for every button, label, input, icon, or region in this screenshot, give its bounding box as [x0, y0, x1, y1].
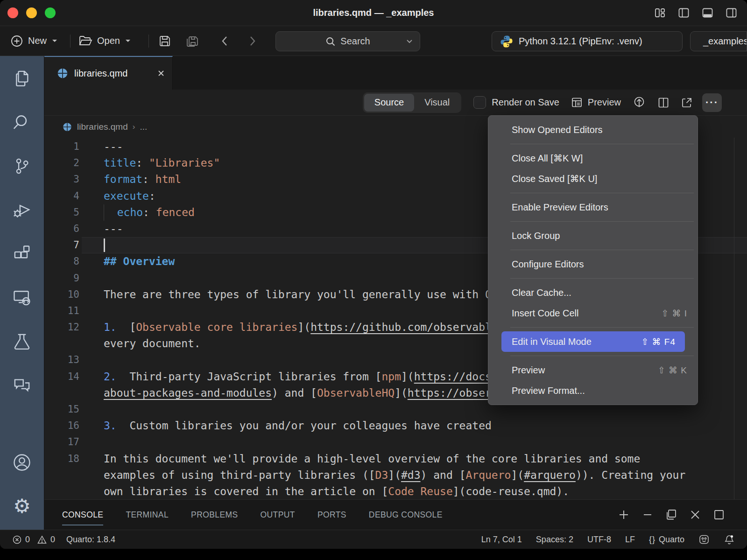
feedback-button[interactable]: [698, 534, 710, 545]
menu-divider: [510, 221, 694, 222]
toggle-primary-sidebar-icon[interactable]: [677, 7, 690, 19]
preview-icon: [571, 96, 583, 109]
line-number: 11: [44, 303, 79, 319]
customize-layout-icon[interactable]: [654, 7, 666, 19]
project-selector[interactable]: _examples: [690, 31, 747, 51]
toggle-secondary-sidebar-icon[interactable]: [725, 7, 738, 19]
interpreter-selector[interactable]: Python 3.12.1 (PipEnv: .venv): [492, 31, 683, 51]
code-text: [79, 352, 104, 368]
cursor-position[interactable]: Ln 7, Col 1: [481, 535, 522, 545]
problems-indicator[interactable]: 0 0: [12, 535, 55, 545]
indentation-setting[interactable]: Spaces: 2: [536, 535, 573, 545]
menu-divider: [510, 327, 694, 328]
notifications-button[interactable]: [724, 534, 735, 545]
panel-tab-problems[interactable]: PROBLEMS: [191, 500, 238, 530]
navigate-forward-button[interactable]: [247, 26, 258, 56]
menu-item-label: Edit in Visual Mode: [512, 336, 592, 347]
chevron-right-icon: ›: [133, 122, 135, 132]
account-button[interactable]: [11, 451, 33, 474]
menu-item-lock-group[interactable]: Lock Group: [488, 225, 698, 246]
code-line-wrap[interactable]: examples of using third-party libraries …: [44, 467, 747, 483]
code-line-wrap[interactable]: own libraries is covered in the article …: [44, 483, 747, 499]
sidebar-item-explorer[interactable]: [11, 67, 33, 90]
menu-divider: [510, 250, 694, 250]
toggle-panel-icon[interactable]: [701, 7, 714, 19]
menu-item-configure-editors[interactable]: Configure Editors: [488, 254, 698, 274]
code-text: 3. Custom libraries you and/or your coll…: [79, 418, 492, 434]
language-mode[interactable]: {} Quarto: [649, 535, 684, 545]
source-control-icon: [12, 156, 32, 176]
menu-item-show-opened-editors[interactable]: Show Opened Editors: [488, 119, 698, 140]
quarto-version[interactable]: Quarto: 1.8.4: [66, 535, 115, 545]
quarto-file-icon: [56, 67, 69, 79]
sidebar-item-run-and-debug[interactable]: [11, 199, 33, 221]
tab-libraries-qmd[interactable]: libraries.qmd: [44, 56, 173, 90]
menu-item-close-saved-k-u[interactable]: Close Saved [⌘K U]: [488, 168, 698, 189]
preview-button[interactable]: Preview: [571, 96, 621, 109]
navigate-back-button[interactable]: [219, 26, 230, 56]
open-in-new-window-button[interactable]: [681, 97, 693, 109]
panel-tab-terminal[interactable]: TERMINAL: [126, 500, 169, 530]
panel-tab-bar: CONSOLETERMINALPROBLEMSOUTPUTPORTSDEBUG …: [44, 499, 747, 530]
menu-item-close-all-k-w[interactable]: Close All [⌘K W]: [488, 148, 698, 168]
status-bar: 0 0 Quarto: 1.8.4 Ln 7, Col 1 Spaces: 2 …: [0, 530, 747, 549]
panel-tab-debug-console[interactable]: DEBUG CONSOLE: [369, 500, 443, 530]
menu-item-shortcut: ⇧ ⌘ F4: [641, 336, 676, 347]
more-actions-button[interactable]: ···: [702, 93, 722, 112]
run-debug-icon: [12, 200, 32, 220]
close-tab-icon[interactable]: [156, 69, 166, 78]
breadcrumb-ellipsis[interactable]: ...: [140, 122, 147, 132]
menu-item-insert-code-cell[interactable]: Insert Code Cell⇧ ⌘ I: [488, 303, 698, 323]
menu-item-preview-format[interactable]: Preview Format...: [488, 380, 698, 401]
render-button[interactable]: [632, 96, 646, 110]
panel-tab-output[interactable]: OUTPUT: [261, 500, 295, 530]
activity-bar: ⚙: [0, 56, 44, 530]
tab-bar: libraries.qmd: [44, 56, 747, 90]
panel-close-icon[interactable]: [688, 508, 702, 522]
eol-setting[interactable]: LF: [625, 535, 635, 545]
menu-item-enable-preview-editors[interactable]: Enable Preview Editors: [488, 197, 698, 217]
code-line-17[interactable]: 17: [44, 434, 747, 450]
sidebar-item-testing[interactable]: [11, 330, 33, 353]
code-text: [79, 434, 104, 450]
mode-toggle: Source Visual: [363, 92, 462, 113]
menu-item-clear-cache[interactable]: Clear Cache...: [488, 282, 698, 303]
code-line-16[interactable]: 163. Custom libraries you and/or your co…: [44, 418, 747, 434]
source-mode-button[interactable]: Source: [364, 94, 414, 112]
chevron-down-icon[interactable]: [406, 38, 413, 44]
tab-label: libraries.qmd: [74, 68, 151, 79]
folder-open-icon: [78, 35, 92, 47]
split-editor-button[interactable]: [657, 97, 669, 109]
breadcrumb-file[interactable]: libraries.qmd: [77, 122, 128, 132]
panel-tab-console[interactable]: CONSOLE: [62, 500, 103, 530]
code-text: [79, 237, 104, 253]
search-input[interactable]: Search: [275, 31, 420, 51]
sidebar-item-extensions[interactable]: [11, 243, 33, 265]
menu-item-edit-in-visual-mode[interactable]: Edit in Visual Mode⇧ ⌘ F4: [501, 331, 685, 352]
code-text: ---: [79, 139, 123, 155]
sidebar-item-source-control[interactable]: [11, 155, 33, 177]
sidebar-item-comments[interactable]: [11, 374, 33, 397]
app-window: libraries.qmd — _examples New Open: [0, 0, 747, 549]
render-on-save-checkbox[interactable]: [473, 96, 486, 109]
open-button[interactable]: Open: [78, 26, 131, 56]
new-button[interactable]: New: [10, 26, 58, 56]
panel-restore-icon[interactable]: [664, 508, 678, 522]
encoding-setting[interactable]: UTF-8: [587, 535, 611, 545]
menu-item-label: Clear Cache...: [512, 287, 571, 298]
visual-mode-button[interactable]: Visual: [414, 94, 460, 112]
code-text: ---: [79, 221, 123, 237]
panel-tab-ports[interactable]: PORTS: [317, 500, 346, 530]
code-line-18[interactable]: 18In this document we'll provide a high-…: [44, 451, 747, 467]
sidebar-item-remote-explorer[interactable]: [11, 287, 33, 309]
sidebar-item-search[interactable]: [11, 111, 33, 133]
menu-item-preview[interactable]: Preview⇧ ⌘ K: [488, 360, 698, 380]
save-all-button[interactable]: [185, 26, 200, 56]
panel-collapse-icon[interactable]: [641, 508, 655, 522]
panel-plus-icon[interactable]: [617, 508, 631, 522]
line-number: [44, 467, 79, 483]
panel-maximize-icon[interactable]: [712, 508, 726, 522]
settings-button[interactable]: ⚙: [11, 495, 33, 518]
save-button[interactable]: [158, 26, 172, 56]
extensions-icon: [12, 244, 32, 264]
